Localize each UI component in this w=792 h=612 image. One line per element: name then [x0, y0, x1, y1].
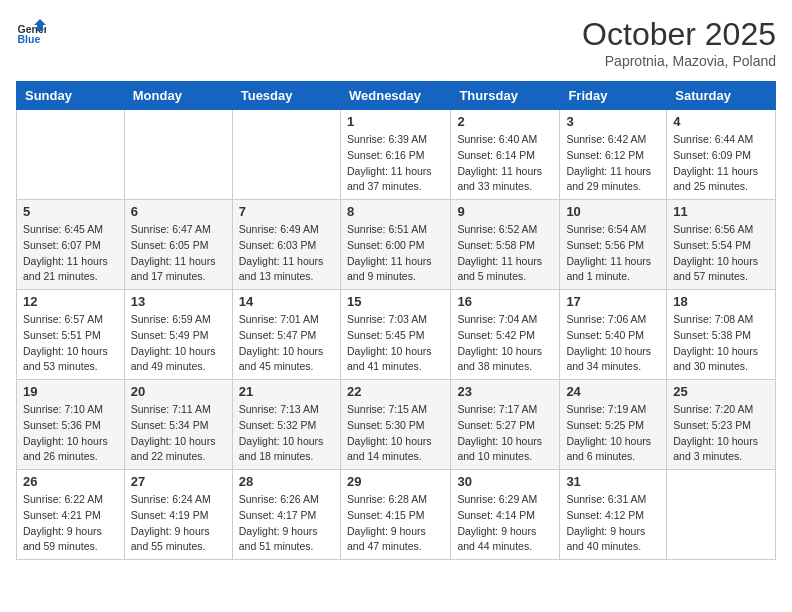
month-title: October 2025 [582, 16, 776, 53]
day-number: 14 [239, 294, 334, 309]
calendar-cell: 2Sunrise: 6:40 AM Sunset: 6:14 PM Daylig… [451, 110, 560, 200]
week-row-2: 5Sunrise: 6:45 AM Sunset: 6:07 PM Daylig… [17, 200, 776, 290]
day-info: Sunrise: 7:17 AM Sunset: 5:27 PM Dayligh… [457, 402, 553, 465]
day-info: Sunrise: 7:01 AM Sunset: 5:47 PM Dayligh… [239, 312, 334, 375]
calendar-cell: 15Sunrise: 7:03 AM Sunset: 5:45 PM Dayli… [340, 290, 450, 380]
day-number: 27 [131, 474, 226, 489]
day-info: Sunrise: 6:40 AM Sunset: 6:14 PM Dayligh… [457, 132, 553, 195]
day-number: 21 [239, 384, 334, 399]
day-info: Sunrise: 7:06 AM Sunset: 5:40 PM Dayligh… [566, 312, 660, 375]
calendar-cell: 3Sunrise: 6:42 AM Sunset: 6:12 PM Daylig… [560, 110, 667, 200]
weekday-header-sunday: Sunday [17, 82, 125, 110]
day-number: 24 [566, 384, 660, 399]
day-info: Sunrise: 7:19 AM Sunset: 5:25 PM Dayligh… [566, 402, 660, 465]
calendar-cell: 10Sunrise: 6:54 AM Sunset: 5:56 PM Dayli… [560, 200, 667, 290]
day-info: Sunrise: 7:08 AM Sunset: 5:38 PM Dayligh… [673, 312, 769, 375]
calendar-cell: 17Sunrise: 7:06 AM Sunset: 5:40 PM Dayli… [560, 290, 667, 380]
weekday-header-wednesday: Wednesday [340, 82, 450, 110]
day-number: 3 [566, 114, 660, 129]
week-row-1: 1Sunrise: 6:39 AM Sunset: 6:16 PM Daylig… [17, 110, 776, 200]
day-number: 13 [131, 294, 226, 309]
day-info: Sunrise: 7:04 AM Sunset: 5:42 PM Dayligh… [457, 312, 553, 375]
calendar-cell [232, 110, 340, 200]
day-number: 20 [131, 384, 226, 399]
week-row-5: 26Sunrise: 6:22 AM Sunset: 4:21 PM Dayli… [17, 470, 776, 560]
day-number: 11 [673, 204, 769, 219]
weekday-header-monday: Monday [124, 82, 232, 110]
calendar-cell: 16Sunrise: 7:04 AM Sunset: 5:42 PM Dayli… [451, 290, 560, 380]
day-number: 26 [23, 474, 118, 489]
calendar-cell: 23Sunrise: 7:17 AM Sunset: 5:27 PM Dayli… [451, 380, 560, 470]
title-block: October 2025 Paprotnia, Mazovia, Poland [582, 16, 776, 69]
weekday-header-row: SundayMondayTuesdayWednesdayThursdayFrid… [17, 82, 776, 110]
day-info: Sunrise: 7:15 AM Sunset: 5:30 PM Dayligh… [347, 402, 444, 465]
calendar-cell: 12Sunrise: 6:57 AM Sunset: 5:51 PM Dayli… [17, 290, 125, 380]
day-info: Sunrise: 6:56 AM Sunset: 5:54 PM Dayligh… [673, 222, 769, 285]
day-number: 25 [673, 384, 769, 399]
calendar-cell: 5Sunrise: 6:45 AM Sunset: 6:07 PM Daylig… [17, 200, 125, 290]
calendar-cell: 31Sunrise: 6:31 AM Sunset: 4:12 PM Dayli… [560, 470, 667, 560]
day-info: Sunrise: 6:54 AM Sunset: 5:56 PM Dayligh… [566, 222, 660, 285]
day-number: 17 [566, 294, 660, 309]
day-info: Sunrise: 6:28 AM Sunset: 4:15 PM Dayligh… [347, 492, 444, 555]
logo: General Blue [16, 16, 46, 46]
calendar-cell: 19Sunrise: 7:10 AM Sunset: 5:36 PM Dayli… [17, 380, 125, 470]
calendar-cell: 21Sunrise: 7:13 AM Sunset: 5:32 PM Dayli… [232, 380, 340, 470]
day-info: Sunrise: 6:31 AM Sunset: 4:12 PM Dayligh… [566, 492, 660, 555]
calendar-cell: 13Sunrise: 6:59 AM Sunset: 5:49 PM Dayli… [124, 290, 232, 380]
day-info: Sunrise: 7:13 AM Sunset: 5:32 PM Dayligh… [239, 402, 334, 465]
day-number: 31 [566, 474, 660, 489]
calendar-cell: 25Sunrise: 7:20 AM Sunset: 5:23 PM Dayli… [667, 380, 776, 470]
day-info: Sunrise: 6:44 AM Sunset: 6:09 PM Dayligh… [673, 132, 769, 195]
day-number: 5 [23, 204, 118, 219]
day-info: Sunrise: 6:24 AM Sunset: 4:19 PM Dayligh… [131, 492, 226, 555]
day-number: 15 [347, 294, 444, 309]
day-info: Sunrise: 6:45 AM Sunset: 6:07 PM Dayligh… [23, 222, 118, 285]
day-number: 29 [347, 474, 444, 489]
day-info: Sunrise: 6:26 AM Sunset: 4:17 PM Dayligh… [239, 492, 334, 555]
calendar-cell [667, 470, 776, 560]
day-info: Sunrise: 6:49 AM Sunset: 6:03 PM Dayligh… [239, 222, 334, 285]
calendar-cell: 6Sunrise: 6:47 AM Sunset: 6:05 PM Daylig… [124, 200, 232, 290]
day-number: 28 [239, 474, 334, 489]
calendar-cell: 9Sunrise: 6:52 AM Sunset: 5:58 PM Daylig… [451, 200, 560, 290]
day-number: 6 [131, 204, 226, 219]
day-info: Sunrise: 6:39 AM Sunset: 6:16 PM Dayligh… [347, 132, 444, 195]
day-info: Sunrise: 6:42 AM Sunset: 6:12 PM Dayligh… [566, 132, 660, 195]
weekday-header-friday: Friday [560, 82, 667, 110]
calendar-cell: 14Sunrise: 7:01 AM Sunset: 5:47 PM Dayli… [232, 290, 340, 380]
day-number: 22 [347, 384, 444, 399]
logo-icon: General Blue [16, 16, 46, 46]
calendar-cell: 27Sunrise: 6:24 AM Sunset: 4:19 PM Dayli… [124, 470, 232, 560]
calendar-cell: 8Sunrise: 6:51 AM Sunset: 6:00 PM Daylig… [340, 200, 450, 290]
calendar-cell: 26Sunrise: 6:22 AM Sunset: 4:21 PM Dayli… [17, 470, 125, 560]
week-row-4: 19Sunrise: 7:10 AM Sunset: 5:36 PM Dayli… [17, 380, 776, 470]
day-number: 8 [347, 204, 444, 219]
day-number: 19 [23, 384, 118, 399]
calendar-cell: 29Sunrise: 6:28 AM Sunset: 4:15 PM Dayli… [340, 470, 450, 560]
day-number: 18 [673, 294, 769, 309]
calendar-cell [124, 110, 232, 200]
day-info: Sunrise: 6:52 AM Sunset: 5:58 PM Dayligh… [457, 222, 553, 285]
calendar-cell: 28Sunrise: 6:26 AM Sunset: 4:17 PM Dayli… [232, 470, 340, 560]
day-info: Sunrise: 7:20 AM Sunset: 5:23 PM Dayligh… [673, 402, 769, 465]
svg-text:Blue: Blue [18, 33, 41, 45]
day-info: Sunrise: 6:22 AM Sunset: 4:21 PM Dayligh… [23, 492, 118, 555]
weekday-header-saturday: Saturday [667, 82, 776, 110]
calendar-cell: 1Sunrise: 6:39 AM Sunset: 6:16 PM Daylig… [340, 110, 450, 200]
calendar-cell: 24Sunrise: 7:19 AM Sunset: 5:25 PM Dayli… [560, 380, 667, 470]
day-number: 10 [566, 204, 660, 219]
day-number: 23 [457, 384, 553, 399]
day-number: 30 [457, 474, 553, 489]
day-info: Sunrise: 7:11 AM Sunset: 5:34 PM Dayligh… [131, 402, 226, 465]
calendar-cell: 22Sunrise: 7:15 AM Sunset: 5:30 PM Dayli… [340, 380, 450, 470]
day-info: Sunrise: 7:10 AM Sunset: 5:36 PM Dayligh… [23, 402, 118, 465]
calendar-cell: 11Sunrise: 6:56 AM Sunset: 5:54 PM Dayli… [667, 200, 776, 290]
calendar-cell [17, 110, 125, 200]
location: Paprotnia, Mazovia, Poland [582, 53, 776, 69]
day-number: 2 [457, 114, 553, 129]
day-number: 9 [457, 204, 553, 219]
day-number: 4 [673, 114, 769, 129]
calendar-cell: 4Sunrise: 6:44 AM Sunset: 6:09 PM Daylig… [667, 110, 776, 200]
day-info: Sunrise: 6:57 AM Sunset: 5:51 PM Dayligh… [23, 312, 118, 375]
